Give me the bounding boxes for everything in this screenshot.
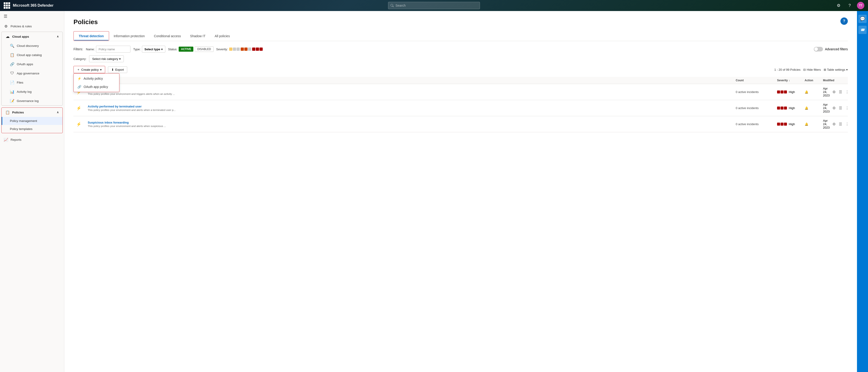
modified-date-0: Apr 24, 2023 bbox=[823, 87, 830, 97]
row-severity-1: High bbox=[774, 106, 802, 110]
row-settings-2[interactable]: ⚙ bbox=[832, 122, 837, 127]
row-icon-1: ⚡ bbox=[73, 105, 85, 111]
policy-desc-2: This policy profiles your environment an… bbox=[88, 125, 730, 127]
search-input[interactable] bbox=[396, 4, 477, 7]
row-list-0[interactable]: ☰ bbox=[838, 89, 843, 95]
severity-medium-icon[interactable] bbox=[241, 48, 251, 51]
severity-high-icon[interactable] bbox=[252, 48, 263, 51]
policies-chevron: ∧ bbox=[57, 111, 59, 114]
status-active-button[interactable]: ACTIVE bbox=[179, 46, 193, 52]
sev-sq-3b bbox=[784, 123, 787, 126]
policy-name-link-0[interactable]: Activity policy bbox=[88, 89, 730, 92]
help-button[interactable]: ? bbox=[840, 18, 848, 25]
sidebar-label-cloud-discovery: Cloud discovery bbox=[17, 44, 39, 48]
sidebar-item-policy-management[interactable]: Policy management bbox=[2, 117, 62, 125]
severity-low-icon[interactable] bbox=[229, 48, 240, 51]
main-content: Policies ? Threat detection Information … bbox=[64, 11, 857, 372]
governance-log-icon: 📝 bbox=[10, 98, 14, 103]
th-severity[interactable]: Severity ↓ bbox=[774, 79, 802, 82]
filter-type-select[interactable]: Select type ▾ bbox=[142, 46, 165, 53]
dropdown-activity-policy[interactable]: ⚡ Activity policy bbox=[74, 74, 119, 83]
filter-type-group: Type: Select type ▾ bbox=[133, 46, 165, 53]
sidebar-label-activity-log: Activity log bbox=[17, 90, 32, 93]
sidebar-item-oauth-apps[interactable]: 🔗 OAuth apps bbox=[2, 60, 62, 69]
filter-severity-label: Severity: bbox=[216, 48, 228, 51]
sidebar-label-policy-management: Policy management bbox=[10, 119, 37, 123]
sidebar-item-governance-log[interactable]: 📝 Governance log bbox=[2, 96, 62, 105]
count-text: 1 - 20 of 99 Policies bbox=[774, 68, 801, 71]
filter-icon: ⊟ bbox=[803, 68, 806, 71]
tab-shadow-it[interactable]: Shadow IT bbox=[186, 31, 210, 41]
sev-sq-1a bbox=[777, 106, 780, 110]
row-action-2: 🔔 bbox=[802, 122, 820, 126]
policy-name-link-1[interactable]: Activity performed by terminated user bbox=[88, 105, 730, 108]
tab-threat-detection[interactable]: Threat detection bbox=[74, 32, 108, 40]
hide-filters-button[interactable]: ⊟ Hide filters bbox=[803, 68, 821, 71]
sidebar-item-policies[interactable]: 📋 Policies ∧ bbox=[2, 108, 62, 117]
filter-type-label: Type: bbox=[133, 48, 141, 51]
sev-sq-2 bbox=[780, 91, 783, 93]
row-settings-1[interactable]: ⚙ bbox=[832, 105, 837, 111]
cloud-apps-chevron: ∧ bbox=[57, 35, 59, 38]
tab-conditional-access[interactable]: Conditional access bbox=[149, 31, 186, 41]
severity-squares-2 bbox=[777, 123, 787, 126]
avatar[interactable]: TT bbox=[857, 2, 864, 9]
sidebar-item-cloud-discovery[interactable]: 🔍 Cloud discovery bbox=[2, 41, 62, 50]
table-settings-button[interactable]: ⊞ Table settings ▾ bbox=[824, 68, 848, 71]
row-list-2[interactable]: ☰ bbox=[838, 122, 843, 127]
row-count-1: 0 active incidents bbox=[733, 106, 774, 110]
severity-icons bbox=[229, 48, 263, 51]
row-actions-2: ⚙ ☰ ⋮ bbox=[832, 122, 850, 127]
create-policy-button[interactable]: ＋ Create policy ▾ bbox=[73, 66, 105, 73]
sidebar-label-policy-templates: Policy templates bbox=[10, 127, 32, 131]
tab-information-protection[interactable]: Information protection bbox=[109, 31, 149, 41]
activity-log-icon: 📊 bbox=[10, 89, 14, 94]
sidebar-item-cloud-apps[interactable]: ☁ Cloud apps ∧ bbox=[2, 32, 62, 41]
filter-type-chevron: ▾ bbox=[161, 48, 163, 51]
sidebar-label-files: Files bbox=[17, 81, 24, 84]
advanced-filters-toggle[interactable]: Advanced filters bbox=[814, 47, 848, 52]
row-icon-2: ⚡ bbox=[73, 122, 85, 127]
sidebar-item-policy-templates[interactable]: Policy templates bbox=[2, 125, 62, 133]
waffle-menu[interactable] bbox=[4, 2, 10, 9]
row-more-1[interactable]: ⋮ bbox=[844, 105, 850, 111]
layout: ☰ ⚙ Policies & rules ☁ Cloud apps ∧ 🔍 Cl… bbox=[0, 11, 868, 372]
export-button[interactable]: ⬇ Export bbox=[108, 66, 127, 73]
settings-icon[interactable]: ⚙ bbox=[835, 2, 842, 9]
policy-name-link-2[interactable]: Suspicious inbox forwarding bbox=[88, 121, 730, 124]
row-more-2[interactable]: ⋮ bbox=[844, 122, 850, 127]
right-panel: 💬 📨 bbox=[857, 11, 868, 372]
status-disabled-button[interactable]: DISABLED bbox=[195, 46, 213, 52]
right-panel-feedback-button[interactable]: 📨 bbox=[858, 26, 867, 34]
search-bar[interactable] bbox=[388, 2, 480, 9]
sidebar-item-activity-log[interactable]: 📊 Activity log bbox=[2, 87, 62, 96]
topbar-right: ⚙ ? TT bbox=[835, 2, 864, 9]
row-more-0[interactable]: ⋮ bbox=[844, 89, 850, 95]
sev-sq-3 bbox=[784, 91, 787, 93]
row-settings-0[interactable]: ⚙ bbox=[832, 89, 837, 95]
sidebar-item-cloud-app-catalog[interactable]: 📋 Cloud app catalog bbox=[2, 50, 62, 60]
tab-all-policies[interactable]: All policies bbox=[210, 31, 235, 41]
row-list-1[interactable]: ☰ bbox=[838, 105, 843, 111]
oauth-app-policy-label: OAuth app policy bbox=[84, 85, 108, 89]
advanced-filters-switch[interactable] bbox=[814, 47, 823, 52]
cloud-apps-icon: ☁ bbox=[5, 34, 10, 39]
row-name-0: Activity policy This policy profiles you… bbox=[85, 89, 733, 95]
sidebar-policies-group: 📋 Policies ∧ Policy management Policy te… bbox=[1, 107, 63, 133]
help-icon[interactable]: ? bbox=[846, 2, 853, 9]
oauth-app-policy-icon: 🔗 bbox=[78, 85, 81, 89]
right-panel-chat-button[interactable]: 💬 bbox=[858, 15, 867, 23]
sidebar-hamburger[interactable]: ☰ bbox=[0, 11, 64, 22]
topbar: Microsoft 365 Defender ⚙ ? TT bbox=[0, 0, 868, 11]
sidebar-item-files[interactable]: 📄 Files bbox=[2, 78, 62, 87]
sidebar-item-app-governance[interactable]: 🛡 App governance bbox=[2, 69, 62, 78]
category-select[interactable]: Select risk category ▾ bbox=[89, 55, 124, 62]
search-icon bbox=[391, 4, 394, 7]
row-count-0: 0 active incidents bbox=[733, 90, 774, 94]
sev-sq-1 bbox=[777, 91, 780, 93]
dropdown-oauth-app-policy[interactable]: 🔗 OAuth app policy bbox=[74, 83, 119, 91]
sidebar-item-reports[interactable]: 📈 Reports bbox=[0, 135, 64, 144]
sidebar-item-policies-rules[interactable]: ⚙ Policies & rules bbox=[0, 22, 64, 31]
app-governance-icon: 🛡 bbox=[10, 71, 14, 75]
filter-name-input[interactable] bbox=[96, 46, 130, 53]
